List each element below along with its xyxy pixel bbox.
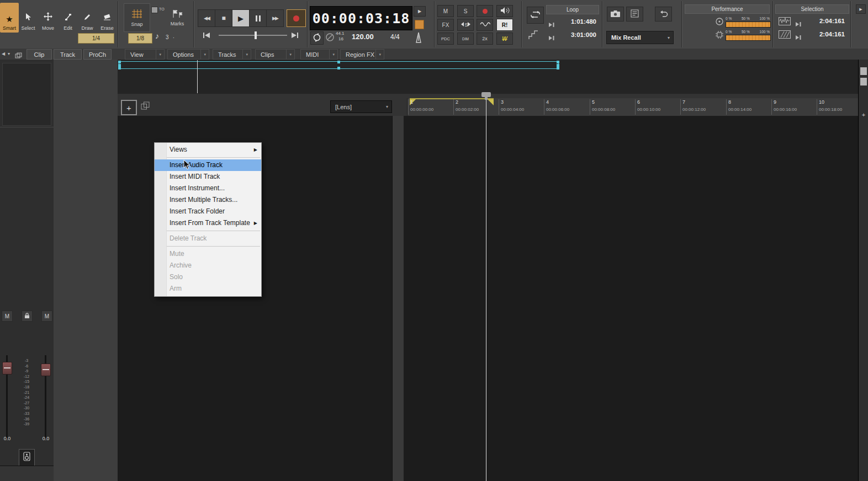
metronome-icon[interactable] — [412, 31, 425, 46]
record-button[interactable] — [287, 9, 306, 27]
meter-value[interactable]: 4/4 — [390, 33, 400, 41]
vertical-zoom-button[interactable] — [860, 78, 867, 85]
menu-item-insert-from-track-template[interactable]: Insert From Track Template▶ — [155, 217, 261, 229]
menu-clips[interactable]: Clips▾ — [255, 49, 295, 60]
now-time-display[interactable]: 00:00:03:18 — [310, 6, 412, 30]
shuttle-slider-track[interactable] — [219, 35, 287, 36]
pdc-button[interactable]: PDC — [437, 33, 454, 45]
menu-item-delete-track[interactable]: Delete Track — [155, 233, 261, 244]
mix-snapshot-button[interactable] — [607, 7, 624, 22]
mix-scenes-button[interactable] — [626, 7, 643, 22]
double-speed-button[interactable]: 2x — [477, 33, 493, 45]
menu-item-mute[interactable]: Mute — [155, 248, 261, 260]
duplicate-track-button[interactable] — [139, 101, 151, 112]
metronome-off-icon[interactable] — [325, 33, 335, 44]
stop-button[interactable]: ■ — [215, 9, 232, 27]
navigator-handle[interactable] — [337, 61, 340, 63]
tool-select[interactable]: Select — [19, 3, 38, 33]
snap-marks-button[interactable]: Marks — [163, 3, 191, 32]
loop-toggle-button[interactable] — [527, 7, 544, 24]
mute-all-button[interactable]: M — [437, 5, 454, 17]
menu-item-insert-midi-track[interactable]: Insert MIDI Track — [155, 171, 261, 183]
loop-start-value[interactable]: 1:01:480 — [557, 18, 596, 25]
shuttle-slider-handle[interactable] — [255, 31, 257, 39]
navigator-handle[interactable] — [337, 67, 340, 70]
snap-to-checkbox[interactable] — [151, 7, 158, 13]
lens-dropdown[interactable]: [Lens] ▾ — [330, 100, 392, 113]
arm-all-button[interactable] — [477, 5, 493, 17]
tool-duration-selector[interactable]: 1/4 — [78, 33, 114, 44]
clips-pane[interactable] — [404, 116, 858, 481]
inspector-mute-button-right[interactable]: M — [41, 311, 52, 322]
input-monitor-button[interactable] — [496, 5, 513, 17]
menu-item-insert-multiple-tracks[interactable]: Insert Multiple Tracks... — [155, 194, 261, 206]
exclusive-solo-button[interactable]: R! — [496, 19, 513, 31]
add-track-button[interactable]: + — [121, 100, 137, 115]
input-echo-button[interactable]: S — [457, 19, 474, 31]
fast-forward-button[interactable]: ▶▶ — [266, 9, 284, 27]
navigator-view-rectangle[interactable] — [119, 61, 559, 69]
zoom-in-button[interactable]: + — [859, 111, 868, 118]
menu-item-views[interactable]: Views▶ — [155, 144, 261, 156]
tab-track[interactable]: Track — [54, 49, 82, 60]
tool-draw[interactable]: Draw — [78, 3, 97, 33]
navigator-pane[interactable] — [118, 60, 858, 94]
fx-global-button[interactable]: FX — [437, 19, 454, 31]
menu-item-archive[interactable]: Archive — [155, 260, 261, 271]
collapse-panel-icon[interactable]: ◀ — [2, 51, 5, 56]
pause-button[interactable] — [249, 9, 267, 27]
tool-edit[interactable]: Edit — [59, 3, 77, 33]
chevron-down-icon[interactable]: ▾ — [8, 51, 10, 56]
solo-all-button[interactable]: S — [457, 5, 474, 17]
menu-options[interactable]: Options▾ — [167, 49, 209, 60]
eighth-note-icon[interactable]: ♪ — [155, 31, 159, 40]
inspector-properties-box[interactable] — [2, 63, 51, 126]
tool-erase[interactable]: Erase — [98, 3, 117, 33]
selection-end-arrow-icon[interactable] — [795, 33, 802, 42]
menu-item-solo[interactable]: Solo — [155, 271, 261, 283]
track-pane-splitter[interactable] — [392, 116, 405, 481]
tab-clip[interactable]: Clip — [27, 49, 52, 60]
navigator-handle[interactable] — [557, 61, 559, 63]
tool-smart[interactable]: ★ Smart — [0, 3, 19, 33]
snap-button[interactable]: Snap — [124, 3, 150, 32]
dim-solo-button[interactable]: DIM — [457, 33, 474, 45]
menu-view[interactable]: View▾ — [125, 49, 165, 60]
fader-handle-left[interactable] — [2, 362, 12, 375]
goto-loop-start-icon[interactable] — [548, 20, 555, 30]
goto-loop-end-icon[interactable] — [548, 33, 555, 43]
fader-handle-right[interactable] — [41, 364, 51, 376]
navigator-handle[interactable] — [557, 67, 559, 70]
playhead-line[interactable] — [486, 100, 486, 481]
tab-proch[interactable]: ProCh — [83, 49, 112, 60]
previous-marker-icon[interactable] — [202, 31, 211, 41]
sync-clock-button[interactable] — [310, 31, 324, 45]
loop-bars-icon[interactable] — [528, 30, 539, 42]
selection-end-value[interactable]: 2:04:161 — [803, 31, 845, 38]
menu-midi[interactable]: MIDI▾ — [300, 49, 338, 60]
selection-start-value[interactable]: 2:04:161 — [803, 18, 845, 24]
snap-triplet-value[interactable]: 3 — [166, 34, 169, 40]
monitor-speaker-button[interactable] — [19, 449, 35, 466]
next-marker-icon[interactable] — [290, 31, 299, 41]
time-format-play-button[interactable]: ▶ — [414, 6, 426, 17]
tempo-value[interactable]: 120.00 — [352, 33, 374, 41]
menu-item-arm[interactable]: Arm — [155, 283, 261, 295]
selection-start-arrow-icon[interactable] — [795, 19, 802, 29]
navigator-handle[interactable] — [118, 67, 121, 70]
vertical-zoom-button[interactable] — [860, 67, 867, 75]
rewind-button[interactable]: ◀◀ — [198, 9, 215, 27]
play-button[interactable]: ▶ — [232, 9, 250, 27]
menu-tracks[interactable]: Tracks▾ — [213, 49, 251, 60]
snap-dot-value[interactable]: . — [173, 33, 174, 39]
toolbar-overflow-button[interactable]: ▶ — [856, 4, 866, 14]
menu-item-insert-audio-track[interactable]: Insert Audio Track — [155, 159, 261, 171]
menu-item-insert-instrument[interactable]: Insert Instrument... — [155, 183, 261, 194]
loop-end-value[interactable]: 3:01:000 — [557, 31, 596, 38]
waveform-preview-button[interactable] — [477, 19, 493, 31]
mix-undo-button[interactable] — [655, 7, 672, 22]
write-automation-button[interactable]: W — [496, 33, 513, 45]
menu-region-fx[interactable]: Region FX▾ — [340, 49, 384, 60]
tool-move[interactable]: Move — [39, 3, 57, 33]
time-ruler[interactable]: 100:00:00:00 200:00:02:00 300:00:04:00 4… — [407, 98, 859, 116]
